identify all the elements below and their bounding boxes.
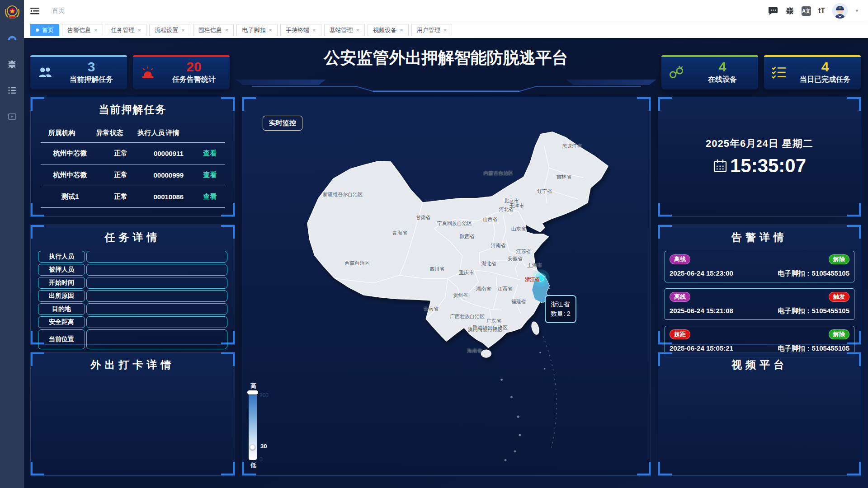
tab-label: 用户管理 (417, 26, 440, 34)
province-label: 重庆市 (459, 269, 474, 276)
alarm-device-id: 5105455105 (812, 344, 849, 352)
close-tab-icon[interactable]: × (443, 27, 447, 33)
tooltip-value: 数量: 2 (551, 309, 571, 319)
compress-icon[interactable] (7, 59, 18, 70)
alarm-item[interactable]: 离线 触发 2025-06-24 15:21:08 电子脚扣：510545510… (665, 288, 854, 320)
status-cell: 正常 (99, 192, 142, 201)
province-label: 山东省 (511, 225, 526, 232)
message-icon[interactable] (769, 7, 778, 15)
org-cell: 杭州中芯微 (41, 149, 99, 158)
province-label: 内蒙古自治区 (483, 170, 513, 177)
dashboard-icon[interactable] (7, 33, 18, 43)
stat-value: 4 (794, 60, 856, 74)
tab-任务管理[interactable]: 任务管理× (106, 24, 147, 36)
legend-high-label: 高 (250, 382, 280, 390)
legend-max-handle[interactable] (247, 390, 258, 394)
tab-告警信息[interactable]: 告警信息× (62, 24, 103, 36)
media-icon[interactable] (7, 111, 18, 122)
stat-card-alarms: 20 任务告警统计 (133, 55, 230, 89)
tab-手持终端[interactable]: 手持终端× (280, 24, 321, 36)
province-label: 新疆维吾尔自治区 (323, 191, 363, 198)
chevron-down-icon[interactable]: ▼ (855, 9, 859, 13)
alarm-status-badge: 解除 (829, 329, 849, 339)
close-tab-icon[interactable]: × (400, 27, 403, 33)
province-label: 吉林省 (557, 173, 571, 180)
stat-label: 任务告警统计 (163, 75, 225, 84)
realtime-monitor-button[interactable]: 实时监控 (263, 116, 302, 131)
table-body: 杭州中芯微 正常 00000911 查看 杭州中芯微 正常 00000999 查… (41, 143, 225, 208)
topbar: 首页 A文 tT ▼ (24, 0, 868, 22)
stat-value: 3 (60, 60, 123, 74)
province-label: 上海市 (527, 262, 542, 269)
fullscreen-compress-icon[interactable] (785, 6, 794, 15)
close-tab-icon[interactable]: × (181, 27, 185, 33)
stat-label: 当前押解任务 (60, 75, 123, 84)
tab-label: 手持终端 (286, 26, 309, 34)
close-tab-icon[interactable]: × (356, 27, 360, 33)
field-row: 安全距离 (38, 316, 227, 328)
org-cell: 测试1 (41, 192, 99, 201)
list-icon[interactable] (7, 85, 18, 96)
province-label: 黑龙江省 (562, 142, 582, 149)
province-label: 河北省 (499, 206, 514, 212)
alarm-device-label: 电子脚扣： (778, 344, 812, 352)
translate-icon[interactable]: A文 (802, 6, 811, 16)
field-value (86, 329, 227, 349)
tab-流程设置[interactable]: 流程设置× (149, 24, 190, 36)
close-tab-icon[interactable]: × (94, 27, 98, 33)
tab-围栏信息[interactable]: 围栏信息× (193, 24, 234, 36)
status-cell: 正常 (99, 149, 142, 158)
view-detail-link[interactable]: 查看 (195, 171, 225, 179)
collapse-menu-icon[interactable] (30, 7, 39, 15)
tab-电子脚扣[interactable]: 电子脚扣× (236, 24, 278, 36)
tab-基站管理[interactable]: 基站管理× (324, 24, 365, 36)
sidebar (0, 0, 24, 488)
close-tab-icon[interactable]: × (225, 27, 229, 33)
title-decoration-right (566, 80, 656, 85)
tab-视频设备[interactable]: 视频设备× (368, 24, 409, 36)
legend-min-value: 0 (259, 456, 263, 463)
handcuffs-icon (661, 65, 691, 80)
title-decoration-left (236, 80, 326, 85)
table-row: 杭州中芯微 正常 00000911 查看 (41, 143, 225, 164)
org-cell: 杭州中芯微 (41, 171, 99, 179)
field-row: 出所原因 (38, 290, 227, 302)
person-cell: 00010086 (142, 193, 195, 201)
close-tab-icon[interactable]: × (269, 27, 272, 33)
legend-current-handle[interactable] (250, 444, 255, 450)
field-label: 被押人员 (38, 264, 85, 276)
province-label: 江西省 (497, 286, 512, 292)
user-avatar[interactable] (832, 3, 848, 19)
close-tab-icon[interactable]: × (138, 27, 142, 33)
alarm-time: 2025-06-24 15:23:00 (670, 269, 733, 278)
field-value (86, 277, 227, 289)
field-row: 当前位置 (38, 329, 227, 349)
tab-label: 围栏信息 (198, 26, 222, 34)
breadcrumb: 首页 (52, 7, 65, 15)
current-date: 2025年6月24日 星期二 (706, 137, 813, 150)
legend-low-label: 低 (250, 461, 280, 469)
title-underline-decoration (252, 85, 641, 93)
alarm-item[interactable]: 离线 解除 2025-06-24 15:23:00 电子脚扣：510545510… (665, 251, 854, 282)
person-cell: 00000999 (142, 171, 195, 179)
province-label: 山西省 (483, 216, 498, 222)
police-badge-logo (3, 3, 21, 21)
current-tasks-panel: 当前押解任务 所属机构异常状态执行人员详情 杭州中芯微 正常 00000911 … (30, 97, 235, 217)
tab-首页[interactable]: 首页 (30, 24, 59, 36)
province-label: 湖南省 (476, 286, 491, 292)
alarm-type-badge: 离线 (670, 254, 690, 264)
panel-title: 当前押解任务 (31, 103, 235, 117)
clock-panel: 2025年6月24日 星期二 15:35:07 (658, 97, 861, 217)
stat-card-current-tasks: 3 当前押解任务 (30, 55, 127, 89)
view-detail-link[interactable]: 查看 (195, 192, 225, 201)
tab-用户管理[interactable]: 用户管理× (411, 24, 453, 36)
view-detail-link[interactable]: 查看 (195, 149, 225, 158)
font-size-icon[interactable]: tT (818, 7, 825, 15)
person-cell: 00000911 (142, 150, 195, 157)
field-value (86, 264, 227, 276)
task-detail-fields: 执行人员 被押人员 开始时间 出所原因 (38, 251, 227, 349)
close-tab-icon[interactable]: × (312, 27, 316, 33)
province-label: 辽宁省 (538, 188, 552, 195)
field-value (86, 316, 227, 328)
stat-value: 4 (691, 60, 754, 74)
